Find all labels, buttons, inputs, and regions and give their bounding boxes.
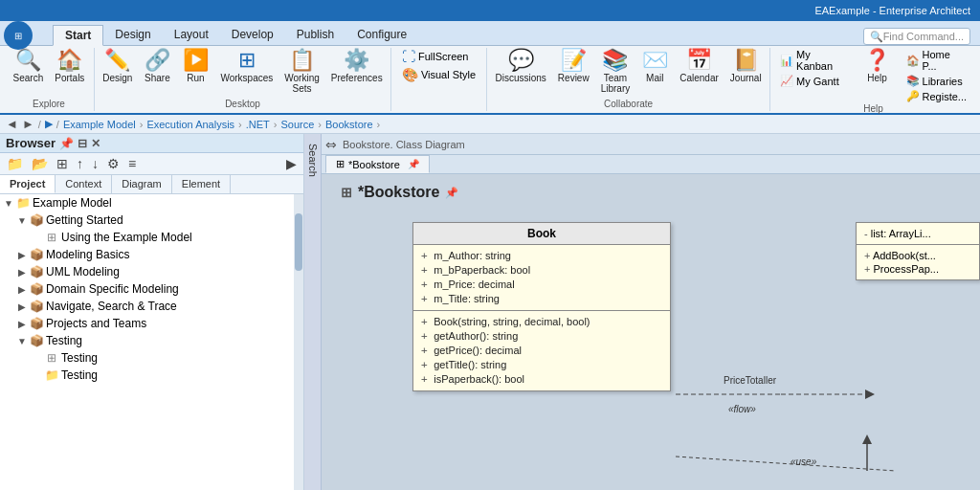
tab-develop[interactable]: Develop (220, 24, 285, 45)
tree-projects-teams[interactable]: ▶ 📦 Projects and Teams (0, 315, 303, 332)
my-gantt-button[interactable]: 📈 My Gantt (776, 74, 852, 88)
canvas-tab-pin[interactable]: 📌 (408, 159, 419, 169)
working-sets-button[interactable]: 📋 WorkingSets (280, 48, 323, 96)
right-class[interactable]: - list: ArrayLi... + AddBook(st... + Pro… (856, 222, 980, 280)
attr-paperback: m_bPaperback: bool (421, 263, 662, 278)
bc-bookstore[interactable]: Bookstore (325, 119, 373, 130)
tab-configure[interactable]: Configure (345, 24, 418, 45)
journal-label: Journal (730, 73, 762, 83)
bc-source[interactable]: Source (281, 119, 315, 130)
search-button[interactable]: 🔍 Search (10, 48, 48, 85)
expand-arrows-icon[interactable]: ⇔ (325, 137, 337, 152)
portals-button[interactable]: 🏠 Portals (51, 48, 88, 85)
open-folder-icon[interactable]: 📂 (29, 155, 51, 172)
back-icon[interactable]: ◄ (6, 117, 18, 131)
tab-start[interactable]: Start (53, 25, 103, 46)
search-label: Search (307, 144, 319, 177)
menu-icon[interactable]: ≡ (125, 155, 139, 172)
uml-expand: ▶ (15, 267, 29, 278)
tree-uml-modeling[interactable]: ▶ 📦 UML Modeling (0, 263, 303, 280)
find-command-box[interactable]: 🔍 Find Command... (863, 28, 970, 45)
diagram-title-icon: ⊞ (341, 185, 352, 200)
mail-icon: ✉️ (642, 50, 668, 71)
journal-button[interactable]: 📔 Journal (726, 48, 766, 85)
register-button[interactable]: 🔑 Registe... (902, 89, 970, 103)
canvas-tab-label: *Bookstore (348, 159, 400, 170)
tree-testing-diagram[interactable]: ⊞ Testing (0, 349, 303, 367)
calendar-button[interactable]: 📅 Calendar (676, 48, 723, 85)
root-expand: ▼ (2, 198, 15, 209)
right-method-2: + ProcessPap... (864, 262, 971, 276)
forward-icon[interactable]: ► (22, 117, 34, 131)
dock-icon[interactable]: ⊟ (78, 137, 87, 150)
workspaces-button[interactable]: ⊞ Workspaces (216, 48, 277, 85)
title-bar: EAExample - Enterprise Architect (0, 0, 980, 21)
tree-scrollbar[interactable] (294, 194, 303, 490)
expand-panel-icon[interactable]: ▶ (283, 155, 300, 172)
canvas-tab[interactable]: ⊞ *Bookstore 📌 (325, 155, 430, 173)
team-library-label: TeamLibrary (601, 73, 631, 94)
tree-testing-folder[interactable]: 📁 Testing (0, 367, 303, 384)
calendar-label: Calendar (679, 73, 719, 83)
tab-layout[interactable]: Layout (163, 24, 220, 45)
browser-title: Browser (6, 136, 56, 150)
browser-tab-context[interactable]: Context (56, 175, 112, 193)
browser-panel: Browser 📌 ⊟ ✕ 📁 📂 ⊞ ↑ ↓ ⚙ ≡ ▶ Project Co… (0, 134, 304, 490)
tree-domain-specific[interactable]: ▶ 📦 Domain Specific Modeling (0, 280, 303, 298)
new-folder-icon[interactable]: 📁 (4, 155, 26, 172)
tree-getting-started[interactable]: ▼ 📦 Getting Started (0, 212, 303, 229)
visual-style-button[interactable]: 🎨 Visual Style (398, 66, 479, 83)
tree-root[interactable]: ▼ 📁 Example Model (0, 194, 303, 212)
tab-design[interactable]: Design (103, 24, 162, 45)
book-class[interactable]: Book m_Author: string m_bPaperback: bool… (412, 222, 671, 391)
scrollbar-thumb[interactable] (295, 213, 302, 271)
tree-using-example[interactable]: ⊞ Using the Example Model (0, 229, 303, 246)
bc-sep-6: › (318, 119, 322, 130)
preferences-button[interactable]: ⚙️ Preferences (327, 48, 387, 85)
search-tab[interactable]: Search (304, 134, 322, 490)
bc-sep-3: › (140, 119, 144, 130)
run-button[interactable]: ▶️ Run (178, 48, 212, 85)
mail-button[interactable]: ✉️ Mail (637, 48, 672, 85)
bc-dotnet[interactable]: .NET (246, 119, 270, 130)
review-icon: 📝 (561, 50, 587, 71)
grid-icon[interactable]: ⊞ (54, 155, 71, 172)
app-button[interactable]: ⊞ (4, 21, 33, 50)
tab-publish[interactable]: Publish (285, 24, 345, 45)
design-button[interactable]: ✏️ Design (99, 48, 136, 85)
tree-modeling-basics[interactable]: ▶ 📦 Modeling Basics (0, 246, 303, 263)
tree-navigate-search[interactable]: ▶ 📦 Navigate, Search & Trace (0, 298, 303, 315)
testing-diagram-expand (31, 353, 44, 364)
browser-tab-element[interactable]: Element (172, 175, 231, 193)
testing-folder-icon: 📁 (44, 368, 59, 383)
team-library-button[interactable]: 📚 TeamLibrary (597, 48, 635, 96)
team-library-icon: 📚 (602, 50, 628, 71)
pin-icon[interactable]: 📌 (59, 137, 74, 150)
share-button[interactable]: 🔗 Share (140, 48, 174, 85)
down-icon[interactable]: ↓ (89, 155, 101, 172)
tree-testing-parent[interactable]: ▼ 📦 Testing (0, 332, 303, 349)
share-icon: 🔗 (145, 50, 170, 71)
fullscreen-button[interactable]: ⛶ FullScreen (398, 48, 479, 65)
testing-diagram-label: Testing (61, 351, 98, 365)
bc-home[interactable]: ▶ (45, 118, 53, 130)
filter-icon[interactable]: ⚙ (104, 155, 122, 172)
libraries-button[interactable]: 📚 Libraries (902, 74, 970, 88)
domain-expand: ▶ (15, 284, 29, 295)
my-kanban-button[interactable]: 📊 My Kanban (776, 48, 852, 73)
close-icon[interactable]: ✕ (91, 137, 100, 150)
review-button[interactable]: 📝 Review (554, 48, 593, 85)
canvas-content[interactable]: ⊞ *Bookstore 📌 PriceTotaller «flow» «u (322, 174, 980, 490)
up-icon[interactable]: ↑ (74, 155, 86, 172)
help-button[interactable]: ❓ Help (858, 48, 897, 85)
bc-example-model[interactable]: Example Model (63, 119, 136, 130)
home-portal-button[interactable]: 🏠 Home P... (902, 48, 970, 73)
browser-tab-project[interactable]: Project (0, 175, 56, 193)
discussions-button[interactable]: 💬 Discussions (492, 48, 550, 85)
ribbon-group-desktop: ✏️ Design 🔗 Share ▶️ Run ⊞ Workspaces 📋 … (95, 48, 391, 111)
canvas-tabs-bar: ⇔ Bookstore. Class Diagram (322, 134, 980, 155)
method-constructor: Book(string, string, decimal, bool) (421, 315, 662, 329)
browser-header-icons: 📌 ⊟ ✕ (59, 137, 100, 150)
browser-tab-diagram[interactable]: Diagram (112, 175, 172, 193)
bc-execution-analysis[interactable]: Execution Analysis (146, 119, 234, 130)
